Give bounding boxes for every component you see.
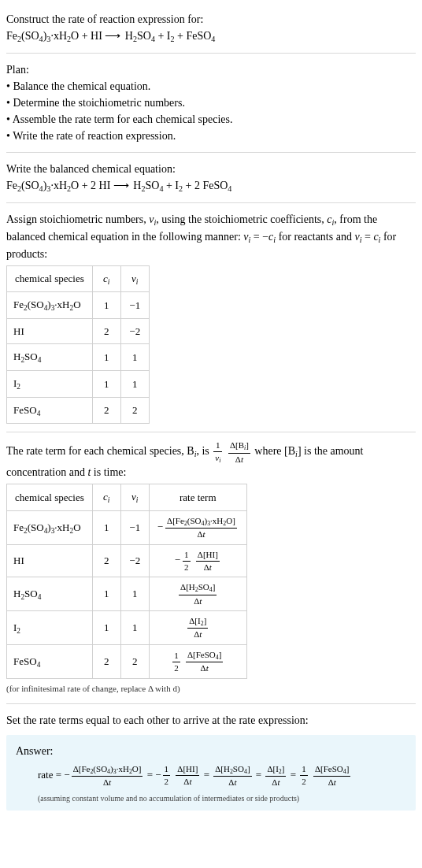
stoich-section: Assign stoichiometric numbers, νi, using… (6, 211, 416, 425)
table-row: FeSO4 2 2 12 Δ[FeSO4]Δt (7, 645, 247, 679)
cell-vi: 2 (120, 645, 149, 679)
table-row: H2SO4 1 1 (7, 344, 150, 371)
plan-section: Plan: • Balance the chemical equation. •… (6, 61, 416, 144)
table-header-row: chemical species ci νi (7, 265, 150, 292)
cell-ci: 2 (92, 544, 120, 577)
answer-rate-expression: rate = −Δ[Fe2(SO4)3·xH2O]Δt = −12 Δ[HI]Δ… (38, 764, 406, 788)
intro-equation: Fe2(SO4)3·xH2O + HI ⟶ H2SO4 + I2 + FeSO4 (6, 28, 416, 45)
col-vi: νi (120, 484, 149, 511)
cell-ci: 2 (92, 397, 120, 424)
col-ci: ci (92, 265, 120, 292)
balanced-heading: Write the balanced chemical equation: (6, 161, 416, 177)
col-rateterm: rate term (149, 484, 246, 511)
plan-bullet: • Write the rate of reaction expression. (6, 128, 416, 144)
stoich-intro: Assign stoichiometric numbers, νi, using… (6, 211, 416, 262)
col-vi: νi (120, 265, 149, 292)
answer-label: Answer: (16, 743, 406, 759)
divider (6, 432, 416, 432)
table-row: HI 2 −2 −12 Δ[HI]Δt (7, 544, 247, 577)
table-row: Fe2(SO4)3·xH2O 1 −1 (7, 292, 150, 319)
col-species: chemical species (7, 484, 93, 511)
cell-term: −Δ[Fe2(SO4)3·xH2O]Δt (149, 510, 246, 544)
col-species: chemical species (7, 265, 93, 292)
col-ci: ci (92, 484, 120, 511)
final-section: Set the rate terms equal to each other t… (6, 712, 416, 729)
answer-note: (assuming constant volume and no accumul… (38, 792, 406, 804)
table-row: H2SO4 1 1 Δ[H2SO4]Δt (7, 577, 247, 611)
cell-species: H2SO4 (7, 577, 93, 611)
cell-ci: 1 (92, 611, 120, 645)
cell-term: Δ[H2SO4]Δt (149, 577, 246, 611)
cell-ci: 1 (92, 344, 120, 371)
rateterm-section: The rate term for each chemical species,… (6, 440, 416, 695)
plan-bullet: • Balance the chemical equation. (6, 78, 416, 95)
cell-species: FeSO4 (7, 397, 93, 424)
rateterm-note: (for infinitesimal rate of change, repla… (6, 682, 416, 696)
cell-vi: −1 (120, 292, 149, 319)
cell-species: I2 (7, 611, 93, 645)
cell-vi: 1 (120, 577, 149, 611)
balanced-equation: Fe2(SO4)3·xH2O + 2 HI ⟶ H2SO4 + I2 + 2 F… (6, 177, 416, 195)
cell-vi: 1 (120, 344, 149, 371)
plan-heading: Plan: (6, 61, 416, 78)
cell-vi: 1 (120, 611, 149, 645)
table-header-row: chemical species ci νi rate term (7, 484, 247, 511)
cell-vi: −2 (120, 544, 149, 577)
plan-bullet: • Assemble the rate term for each chemic… (6, 111, 416, 128)
balanced-section: Write the balanced chemical equation: Fe… (6, 161, 416, 195)
table-row: Fe2(SO4)3·xH2O 1 −1 −Δ[Fe2(SO4)3·xH2O]Δt (7, 510, 247, 544)
stoich-table: chemical species ci νi Fe2(SO4)3·xH2O 1 … (6, 265, 150, 425)
cell-ci: 2 (92, 318, 120, 344)
intro-section: Construct the rate of reaction expressio… (6, 11, 416, 45)
divider (6, 152, 416, 153)
cell-vi: 1 (120, 371, 149, 398)
cell-ci: 1 (92, 371, 120, 398)
table-row: HI 2 −2 (7, 318, 150, 344)
cell-vi: −1 (120, 510, 149, 544)
table-row: FeSO4 2 2 (7, 397, 150, 424)
answer-box: Answer: rate = −Δ[Fe2(SO4)3·xH2O]Δt = −1… (6, 735, 416, 811)
cell-ci: 2 (92, 645, 120, 679)
cell-vi: 2 (120, 397, 149, 424)
rateterm-table: chemical species ci νi rate term Fe2(SO4… (6, 484, 247, 679)
cell-species: I2 (7, 371, 93, 398)
cell-species: HI (7, 318, 93, 344)
cell-species: HI (7, 544, 93, 577)
cell-ci: 1 (92, 577, 120, 611)
cell-species: Fe2(SO4)3·xH2O (7, 510, 93, 544)
cell-ci: 1 (92, 292, 120, 319)
divider (6, 202, 416, 203)
divider (6, 53, 416, 54)
divider (6, 703, 416, 704)
table-row: I2 1 1 (7, 371, 150, 398)
cell-vi: −2 (120, 318, 149, 344)
cell-term: Δ[I2]Δt (149, 611, 246, 645)
cell-ci: 1 (92, 510, 120, 544)
plan-bullet: • Determine the stoichiometric numbers. (6, 95, 416, 111)
rateterm-intro: The rate term for each chemical species,… (6, 440, 416, 480)
table-row: I2 1 1 Δ[I2]Δt (7, 611, 247, 645)
final-intro: Set the rate terms equal to each other t… (6, 712, 416, 729)
cell-species: FeSO4 (7, 645, 93, 679)
cell-term: 12 Δ[FeSO4]Δt (149, 645, 246, 679)
intro-heading: Construct the rate of reaction expressio… (6, 11, 416, 28)
cell-species: H2SO4 (7, 344, 93, 371)
cell-species: Fe2(SO4)3·xH2O (7, 292, 93, 319)
cell-term: −12 Δ[HI]Δt (149, 544, 246, 577)
